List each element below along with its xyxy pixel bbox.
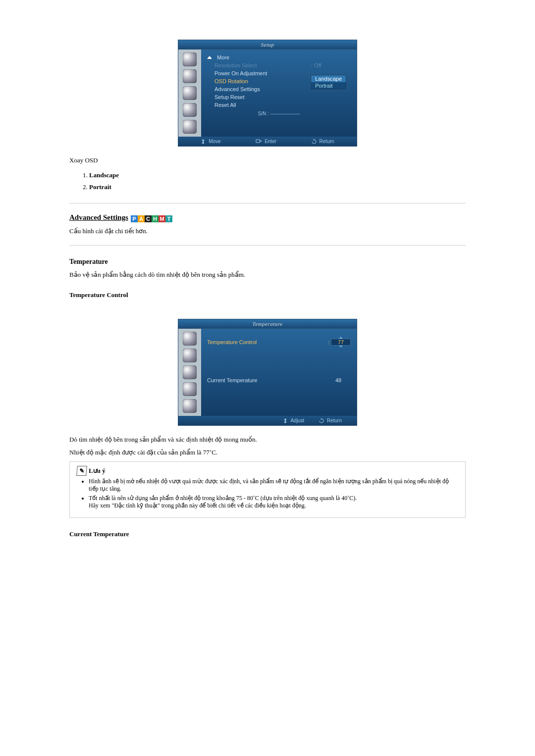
- sound-icon: [183, 86, 197, 100]
- note-heading: ✎ Lưu ý: [77, 466, 458, 476]
- picture-icon: [183, 69, 197, 83]
- list-item: Landscape: [89, 169, 466, 181]
- mode-letters: P A C H M T: [131, 215, 172, 222]
- temperature-heading: Temperature: [69, 258, 466, 266]
- osd-sidebar: [178, 329, 201, 416]
- osd-title: Temperature: [178, 319, 357, 329]
- serial-number: S/N : ------------------: [207, 111, 351, 116]
- input-icon: [183, 52, 197, 66]
- submenu-portrait[interactable]: Portrait: [311, 82, 346, 89]
- xoay-osd-text: Xoay OSD: [69, 156, 466, 164]
- svg-rect-0: [256, 140, 260, 143]
- letter-t-icon: T: [165, 215, 172, 222]
- footer-adjust: Adjust: [283, 418, 304, 423]
- menu-label: Temperature Control: [207, 339, 328, 345]
- note-bullet: Hình ảnh sẽ bị mờ nếu nhiệt độ vượt quá …: [89, 478, 458, 493]
- temperature-control-heading: Temperature Control: [69, 291, 466, 299]
- temperature-desc: Bảo vệ sản phẩm bằng cách dò tìm nhiệt đ…: [69, 271, 466, 279]
- sound-icon: [183, 365, 197, 379]
- rotation-options-list: Landscape Portrait: [89, 169, 466, 193]
- menu-label: Setup Reset: [214, 94, 351, 100]
- divider: [69, 245, 466, 246]
- divider: [69, 203, 466, 203]
- letter-p-icon: P: [131, 215, 138, 222]
- footer-return: Return: [319, 418, 342, 423]
- footer-enter: Enter: [256, 139, 276, 144]
- input-icon: [183, 332, 197, 346]
- temperature-value-box[interactable]: 77: [331, 339, 351, 346]
- footer-return: Return: [312, 139, 334, 144]
- advanced-settings-heading-row: Advanced Settings P A C H M T: [69, 213, 466, 222]
- osd-footer: Adjust Return: [178, 416, 357, 425]
- setup-icon: [183, 103, 197, 117]
- menu-current-temperature: Current Temperature 48: [207, 376, 351, 384]
- menu-temperature-control[interactable]: Temperature Control : 77: [207, 338, 351, 347]
- note-bullet: Tốt nhất là nên sử dụng sản phẩm ở nhiệt…: [89, 495, 458, 509]
- menu-label: OSD Rotation: [214, 78, 311, 84]
- arrow-up-icon: [207, 56, 212, 59]
- letter-a-icon: A: [138, 215, 145, 222]
- note-box: ✎ Lưu ý Hình ảnh sẽ bị mờ nếu nhiệt độ v…: [69, 461, 466, 518]
- osd-rotation-submenu: Landscape Portrait: [310, 74, 347, 90]
- menu-resolution-select[interactable]: Resolution Select : Off: [207, 61, 351, 69]
- temp-detect-desc: Dò tìm nhiệt độ bên trong sản phẩm và xá…: [69, 436, 466, 444]
- menu-label: Reset All: [214, 102, 351, 108]
- multi-icon: [183, 399, 197, 413]
- footer-move: Move: [201, 139, 220, 144]
- osd-sidebar: [178, 50, 201, 137]
- menu-setup-reset[interactable]: Setup Reset: [207, 93, 351, 101]
- current-temperature-heading: Current Temperature: [69, 530, 466, 538]
- menu-value: : Off: [311, 62, 351, 68]
- setup-icon: [183, 382, 197, 396]
- submenu-landscape[interactable]: Landscape: [311, 75, 346, 82]
- menu-reset-all[interactable]: Reset All: [207, 101, 351, 109]
- letter-m-icon: M: [159, 215, 165, 222]
- menu-label: More: [217, 54, 351, 60]
- menu-label: Current Temperature: [207, 377, 326, 383]
- osd-setup-panel: Setup More Resolution Select : Off: [178, 40, 357, 147]
- advanced-settings-heading: Advanced Settings: [69, 213, 128, 222]
- note-title: Lưu ý: [89, 467, 106, 475]
- menu-label: Resolution Select: [214, 62, 311, 68]
- menu-more[interactable]: More: [207, 53, 351, 61]
- advanced-settings-desc: Cấu hình cài đặt chi tiết hơn.: [69, 227, 466, 235]
- osd-temperature-panel: Temperature Temperature Control : 77 Cur…: [178, 319, 357, 426]
- multi-icon: [183, 120, 197, 134]
- letter-h-icon: H: [152, 215, 159, 222]
- picture-icon: [183, 349, 197, 362]
- letter-c-icon: C: [145, 215, 152, 222]
- osd-title: Setup: [178, 40, 357, 50]
- current-temp-value: 48: [326, 377, 351, 383]
- pencil-icon: ✎: [76, 466, 87, 476]
- list-item: Portrait: [89, 181, 466, 193]
- temp-default-desc: Nhiệt độ mặc định được cài đặt của sản p…: [69, 449, 466, 456]
- osd-footer: Move Enter Return: [178, 137, 357, 146]
